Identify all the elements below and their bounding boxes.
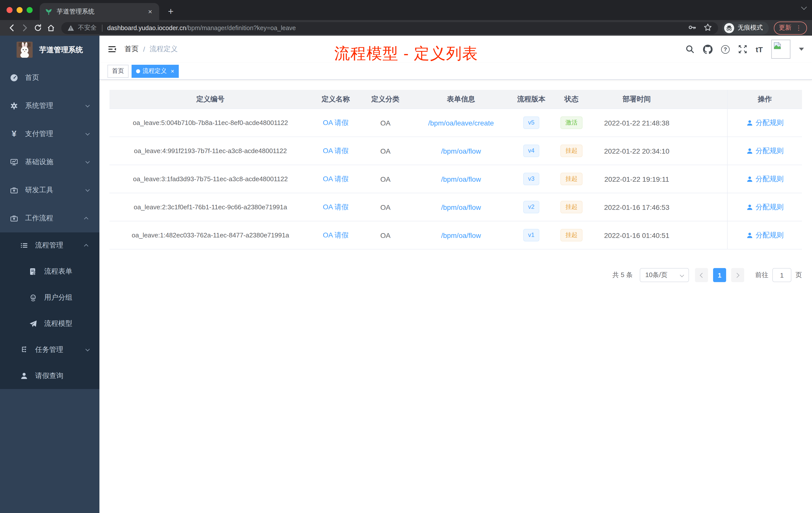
definition-id-cell: oa_leave:5:004b710b-7b8a-11ec-8ef0-acde4…: [110, 119, 311, 126]
search-icon[interactable]: [686, 45, 695, 54]
sidebar-item-label: 支付管理: [25, 129, 53, 139]
version-badge: v2: [523, 201, 539, 213]
definition-name-link[interactable]: OA 请假: [311, 175, 360, 183]
sidebar-item-process-model[interactable]: 流程模型: [0, 311, 99, 337]
logo-rabbit-avatar: [17, 42, 33, 58]
chevron-up-icon: [84, 217, 88, 221]
traffic-lights: [6, 7, 33, 13]
sidebar-item-user-group[interactable]: 用户分组: [0, 284, 99, 311]
avatar-dropdown-caret-icon[interactable]: [799, 48, 804, 51]
briefcase-icon: [10, 214, 18, 222]
col-header-name: 定义名称: [311, 95, 360, 104]
browser-tab[interactable]: 芋道管理系统 ×: [40, 3, 159, 20]
reload-button[interactable]: [31, 21, 44, 34]
form-link[interactable]: /bpm/oa/flow: [411, 203, 511, 211]
broken-image-icon: [773, 42, 781, 50]
form-link[interactable]: /bpm/oa/flow: [411, 175, 511, 183]
browser-toolbar: 不安全 dashboard.yudao.iocoder.cn/bpm/manag…: [0, 20, 812, 36]
sidebar-item-infrastructure[interactable]: 基础设施: [0, 148, 99, 176]
sidebar-item-process-management[interactable]: 流程管理: [0, 233, 99, 259]
definition-name-link[interactable]: OA 请假: [311, 231, 360, 240]
sidebar: 芋道管理系统 首页 系统管理 ¥ 支付管理: [0, 36, 99, 513]
table-row: oa_leave:5:004b710b-7b8a-11ec-8ef0-acde4…: [110, 109, 802, 137]
table-row: oa_leave:1:482ec033-762a-11ec-8477-a2380…: [110, 221, 802, 249]
password-key-icon[interactable]: [688, 23, 696, 33]
assign-rule-link[interactable]: 分配规则: [728, 231, 802, 240]
chevron-down-icon: [85, 347, 90, 351]
form-link[interactable]: /bpm/oa/flow: [411, 147, 511, 155]
not-secure-label: 不安全: [78, 24, 97, 32]
address-bar[interactable]: 不安全 dashboard.yudao.iocoder.cn/bpm/manag…: [61, 22, 718, 34]
close-window-button[interactable]: [6, 7, 12, 13]
active-dot: [136, 69, 140, 73]
workflow-submenu: 流程管理 流程表单 用户分组: [0, 233, 99, 389]
address-divider: [102, 24, 102, 31]
form-link[interactable]: /bpm/oa/flow: [411, 231, 511, 239]
sidebar-item-dev-tools[interactable]: 研发工具: [0, 176, 99, 204]
tab-title: 芋道管理系统: [57, 7, 146, 16]
bookmark-star-icon[interactable]: [703, 23, 712, 33]
assign-rule-link[interactable]: 分配规则: [728, 118, 802, 127]
prev-page-button[interactable]: [695, 268, 708, 282]
form-link[interactable]: /bpm/oa/leave/create: [411, 119, 511, 127]
sidebar-item-leave-query[interactable]: 请假查询: [0, 363, 99, 389]
forward-button[interactable]: [18, 21, 31, 34]
chevron-down-icon: [85, 131, 90, 135]
new-tab-button[interactable]: +: [165, 5, 177, 18]
version-badge: v1: [523, 229, 539, 241]
definition-name-link[interactable]: OA 请假: [311, 146, 360, 155]
sidebar-toggle-icon[interactable]: [108, 45, 116, 54]
definition-id-cell: oa_leave:1:482ec033-762a-11ec-8477-a2380…: [110, 232, 311, 239]
definition-name-link[interactable]: OA 请假: [311, 203, 360, 212]
sidebar-item-home[interactable]: 首页: [0, 64, 99, 92]
zoom-window-button[interactable]: [27, 7, 33, 13]
definition-name-link[interactable]: OA 请假: [311, 118, 360, 127]
tag-close-icon[interactable]: ×: [171, 67, 174, 74]
sidebar-item-task-management[interactable]: 任务管理: [0, 337, 99, 363]
page-content: 定义编号 定义名称 定义分类 表单信息 流程版本 状态 部署时间 操作: [99, 80, 812, 282]
table-body: oa_leave:5:004b710b-7b8a-11ec-8ef0-acde4…: [110, 109, 802, 249]
avatar[interactable]: [771, 40, 790, 59]
help-icon[interactable]: ?: [721, 45, 730, 54]
sidebar-item-label: 任务管理: [35, 345, 63, 354]
fullscreen-icon[interactable]: [738, 45, 747, 54]
not-secure-warning-icon: [67, 24, 74, 31]
definition-table: 定义编号 定义名称 定义分类 表单信息 流程版本 状态 部署时间 操作: [110, 90, 802, 249]
assign-rule-link[interactable]: 分配规则: [728, 175, 802, 183]
tag-process-definition[interactable]: 流程定义 ×: [132, 64, 179, 78]
home-button[interactable]: [44, 21, 57, 34]
tag-home[interactable]: 首页: [108, 64, 128, 78]
sidebar-item-system[interactable]: 系统管理: [0, 92, 99, 120]
browser-menu-dots-icon[interactable]: ⋮: [795, 24, 802, 32]
goto-page-input[interactable]: [772, 268, 791, 282]
chevron-right-icon: [734, 273, 740, 278]
sidebar-item-workflow[interactable]: 工作流程: [0, 204, 99, 233]
sidebar-item-payment[interactable]: ¥ 支付管理: [0, 120, 99, 148]
minimize-window-button[interactable]: [17, 7, 23, 13]
back-button[interactable]: [5, 21, 18, 34]
tab-search-chevron-icon[interactable]: [801, 4, 807, 10]
page-number-button[interactable]: 1: [713, 268, 726, 282]
status-badge: 挂起: [560, 229, 582, 241]
tab-close-icon[interactable]: ×: [146, 7, 154, 16]
monitor-icon: [10, 158, 18, 166]
github-icon[interactable]: [703, 44, 713, 54]
assign-rule-link[interactable]: 分配规则: [728, 203, 802, 212]
user-icon: [746, 175, 753, 182]
next-page-button[interactable]: [731, 268, 744, 282]
tasks-tree-icon: [20, 346, 28, 354]
sidebar-item-process-form[interactable]: 流程表单: [0, 259, 99, 284]
table-row: oa_leave:2:3c1f0ef1-76b1-11ec-9c66-a2380…: [110, 193, 802, 221]
user-icon: [746, 232, 753, 239]
sidebar-item-label: 研发工具: [25, 186, 53, 195]
form-edit-icon: [29, 268, 37, 276]
font-size-icon[interactable]: tT: [756, 45, 763, 54]
url-host: dashboard.yudao.iocoder.cn: [107, 24, 186, 31]
page-size-select[interactable]: 10条/页: [640, 268, 689, 282]
breadcrumb-home[interactable]: 首页: [124, 45, 139, 54]
update-browser-button[interactable]: 更新 ⋮: [774, 21, 807, 34]
assign-rule-link[interactable]: 分配规则: [728, 146, 802, 155]
sidebar-logo[interactable]: 芋道管理系统: [0, 36, 99, 64]
table-row: oa_leave:3:1fad3d93-7b75-11ec-a3c8-acde4…: [110, 165, 802, 193]
breadcrumb: 首页 / 流程定义: [124, 45, 178, 54]
